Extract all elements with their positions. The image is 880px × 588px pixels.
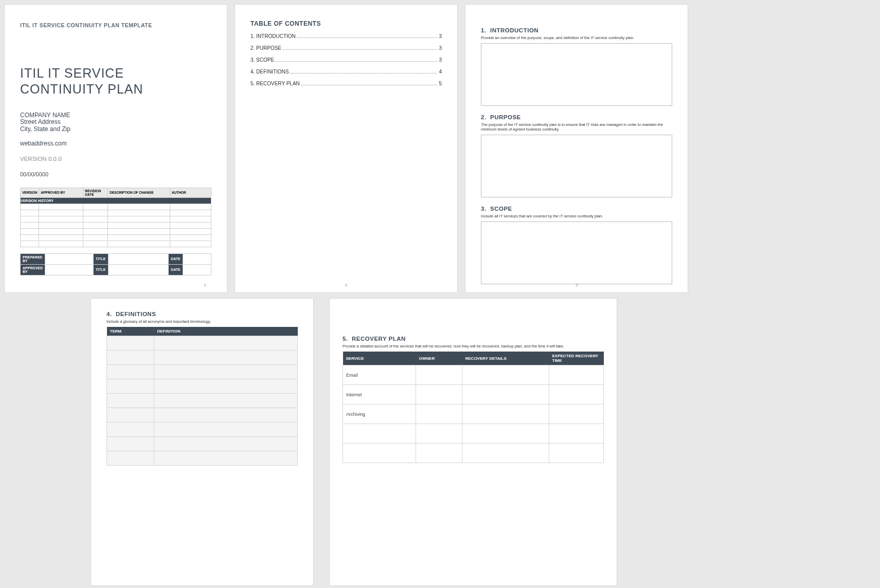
vh-cell[interactable]: [39, 234, 83, 241]
vh-cell[interactable]: [39, 228, 83, 234]
vh-cell[interactable]: [170, 216, 211, 222]
definition-cell[interactable]: [154, 437, 298, 451]
purpose-textbox[interactable]: [481, 135, 672, 197]
vh-row[interactable]: [21, 222, 211, 228]
definition-cell[interactable]: [107, 422, 154, 437]
definition-row[interactable]: [107, 451, 298, 466]
recovery-time-cell[interactable]: [549, 444, 604, 463]
definition-row[interactable]: [107, 437, 298, 451]
prepared-title-value[interactable]: [108, 253, 169, 264]
vh-cell[interactable]: [21, 210, 39, 216]
vh-cell[interactable]: [83, 222, 108, 228]
recovery-service-cell[interactable]: [343, 424, 416, 444]
recovery-service-cell[interactable]: Internet: [343, 385, 416, 405]
toc-line[interactable]: 1. INTRODUCTION3: [250, 33, 442, 39]
vh-row[interactable]: [21, 241, 211, 247]
definition-cell[interactable]: [107, 336, 154, 351]
definition-cell[interactable]: [107, 408, 154, 422]
scope-textbox[interactable]: [481, 222, 672, 284]
definition-row[interactable]: [107, 394, 298, 408]
vh-cell[interactable]: [170, 204, 211, 210]
vh-cell[interactable]: [21, 234, 39, 241]
prepared-by-value[interactable]: [45, 253, 94, 264]
definition-row[interactable]: [107, 422, 298, 437]
recovery-row[interactable]: [343, 424, 604, 444]
vh-cell[interactable]: [170, 241, 211, 247]
vh-row[interactable]: [21, 216, 211, 222]
vh-cell[interactable]: [21, 241, 39, 247]
recovery-time-cell[interactable]: [549, 385, 604, 405]
approved-date-value[interactable]: [183, 264, 211, 275]
vh-cell[interactable]: [108, 234, 170, 241]
vh-cell[interactable]: [170, 210, 211, 216]
recovery-owner-cell[interactable]: [416, 365, 462, 385]
vh-cell[interactable]: [83, 204, 108, 210]
vh-cell[interactable]: [108, 228, 170, 234]
recovery-owner-cell[interactable]: [416, 444, 462, 463]
definition-cell[interactable]: [154, 351, 298, 365]
definition-cell[interactable]: [107, 437, 154, 451]
definition-cell[interactable]: [154, 336, 298, 351]
definition-row[interactable]: [107, 379, 298, 394]
vh-cell[interactable]: [21, 204, 39, 210]
recovery-owner-cell[interactable]: [416, 405, 462, 424]
recovery-details-cell[interactable]: [462, 385, 549, 405]
recovery-row[interactable]: Email: [343, 365, 604, 385]
toc-line[interactable]: 5. RECOVERY PLAN5: [250, 81, 442, 86]
vh-row[interactable]: [21, 210, 211, 216]
vh-row[interactable]: [21, 204, 211, 210]
vh-row[interactable]: [21, 234, 211, 241]
vh-cell[interactable]: [83, 234, 108, 241]
recovery-details-cell[interactable]: [462, 424, 549, 444]
recovery-row[interactable]: [343, 444, 604, 463]
recovery-owner-cell[interactable]: [416, 385, 462, 405]
definition-cell[interactable]: [154, 408, 298, 422]
vh-cell[interactable]: [83, 228, 108, 234]
definition-cell[interactable]: [107, 394, 154, 408]
prepared-date-value[interactable]: [183, 253, 211, 264]
definition-row[interactable]: [107, 365, 298, 379]
vh-cell[interactable]: [108, 216, 170, 222]
definition-cell[interactable]: [154, 365, 298, 379]
intro-textbox[interactable]: [481, 43, 672, 106]
recovery-details-cell[interactable]: [462, 444, 549, 463]
recovery-row[interactable]: Internet: [343, 385, 604, 405]
recovery-service-cell[interactable]: Archiving: [343, 405, 416, 424]
vh-cell[interactable]: [39, 210, 83, 216]
definition-cell[interactable]: [107, 451, 154, 466]
definition-row[interactable]: [107, 408, 298, 422]
vh-cell[interactable]: [108, 204, 170, 210]
recovery-row[interactable]: Archiving: [343, 405, 604, 424]
definition-cell[interactable]: [107, 365, 154, 379]
recovery-service-cell[interactable]: Email: [343, 365, 416, 385]
vh-cell[interactable]: [39, 222, 83, 228]
vh-cell[interactable]: [108, 210, 170, 216]
vh-cell[interactable]: [170, 222, 211, 228]
recovery-time-cell[interactable]: [549, 424, 604, 444]
vh-cell[interactable]: [83, 210, 108, 216]
vh-cell[interactable]: [39, 204, 83, 210]
definition-cell[interactable]: [154, 394, 298, 408]
recovery-details-cell[interactable]: [462, 365, 549, 385]
toc-line[interactable]: 2. PURPOSE3: [250, 45, 442, 51]
approved-by-value[interactable]: [45, 264, 94, 275]
definition-cell[interactable]: [107, 379, 154, 394]
toc-line[interactable]: 4. DEFINITIONS4: [250, 69, 442, 75]
vh-cell[interactable]: [39, 216, 83, 222]
definition-cell[interactable]: [154, 422, 298, 437]
toc-line[interactable]: 3. SCOPE3: [250, 57, 442, 63]
vh-cell[interactable]: [21, 228, 39, 234]
definition-cell[interactable]: [154, 379, 298, 394]
vh-cell[interactable]: [108, 241, 170, 247]
vh-cell[interactable]: [170, 234, 211, 241]
recovery-time-cell[interactable]: [549, 365, 604, 385]
vh-row[interactable]: [21, 228, 211, 234]
recovery-details-cell[interactable]: [462, 405, 549, 424]
recovery-time-cell[interactable]: [549, 405, 604, 424]
vh-cell[interactable]: [83, 241, 108, 247]
vh-cell[interactable]: [21, 216, 39, 222]
recovery-owner-cell[interactable]: [416, 424, 462, 444]
vh-cell[interactable]: [21, 222, 39, 228]
vh-cell[interactable]: [39, 241, 83, 247]
vh-cell[interactable]: [83, 216, 108, 222]
